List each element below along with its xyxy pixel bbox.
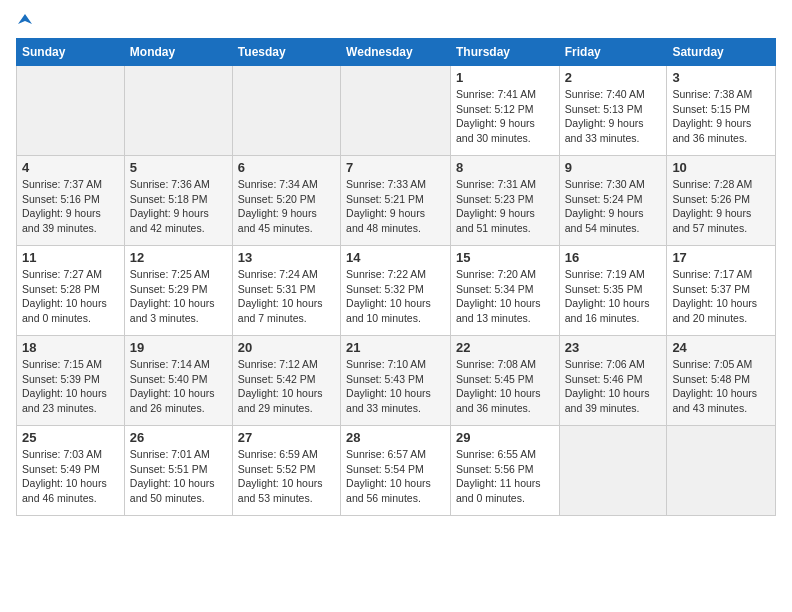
page-header [16,16,776,28]
calendar-cell: 26Sunrise: 7:01 AMSunset: 5:51 PMDayligh… [124,426,232,516]
day-number: 18 [22,340,119,355]
calendar-cell: 8Sunrise: 7:31 AMSunset: 5:23 PMDaylight… [450,156,559,246]
day-number: 2 [565,70,662,85]
calendar-cell: 2Sunrise: 7:40 AMSunset: 5:13 PMDaylight… [559,66,667,156]
calendar-cell [124,66,232,156]
calendar-cell: 21Sunrise: 7:10 AMSunset: 5:43 PMDayligh… [341,336,451,426]
day-number: 23 [565,340,662,355]
calendar-cell: 27Sunrise: 6:59 AMSunset: 5:52 PMDayligh… [232,426,340,516]
day-number: 26 [130,430,227,445]
day-number: 21 [346,340,445,355]
day-info: Sunrise: 7:30 AMSunset: 5:24 PMDaylight:… [565,177,662,236]
day-number: 8 [456,160,554,175]
day-number: 28 [346,430,445,445]
calendar-cell: 17Sunrise: 7:17 AMSunset: 5:37 PMDayligh… [667,246,776,336]
day-of-week-header: Sunday [17,39,125,66]
day-info: Sunrise: 7:27 AMSunset: 5:28 PMDaylight:… [22,267,119,326]
day-number: 4 [22,160,119,175]
calendar-cell: 11Sunrise: 7:27 AMSunset: 5:28 PMDayligh… [17,246,125,336]
day-number: 3 [672,70,770,85]
day-info: Sunrise: 7:24 AMSunset: 5:31 PMDaylight:… [238,267,335,326]
calendar-cell: 1Sunrise: 7:41 AMSunset: 5:12 PMDaylight… [450,66,559,156]
calendar-cell [232,66,340,156]
day-of-week-header: Thursday [450,39,559,66]
day-of-week-header: Monday [124,39,232,66]
calendar-cell: 19Sunrise: 7:14 AMSunset: 5:40 PMDayligh… [124,336,232,426]
days-of-week-row: SundayMondayTuesdayWednesdayThursdayFrid… [17,39,776,66]
calendar-cell: 16Sunrise: 7:19 AMSunset: 5:35 PMDayligh… [559,246,667,336]
day-number: 9 [565,160,662,175]
calendar-cell [667,426,776,516]
day-number: 5 [130,160,227,175]
day-info: Sunrise: 7:06 AMSunset: 5:46 PMDaylight:… [565,357,662,416]
calendar-cell: 15Sunrise: 7:20 AMSunset: 5:34 PMDayligh… [450,246,559,336]
calendar-cell: 14Sunrise: 7:22 AMSunset: 5:32 PMDayligh… [341,246,451,336]
day-info: Sunrise: 6:55 AMSunset: 5:56 PMDaylight:… [456,447,554,506]
day-number: 15 [456,250,554,265]
day-number: 25 [22,430,119,445]
calendar-week-row: 1Sunrise: 7:41 AMSunset: 5:12 PMDaylight… [17,66,776,156]
day-info: Sunrise: 7:05 AMSunset: 5:48 PMDaylight:… [672,357,770,416]
calendar-cell [341,66,451,156]
calendar-week-row: 11Sunrise: 7:27 AMSunset: 5:28 PMDayligh… [17,246,776,336]
calendar-cell: 18Sunrise: 7:15 AMSunset: 5:39 PMDayligh… [17,336,125,426]
day-number: 14 [346,250,445,265]
calendar-cell: 12Sunrise: 7:25 AMSunset: 5:29 PMDayligh… [124,246,232,336]
day-info: Sunrise: 7:36 AMSunset: 5:18 PMDaylight:… [130,177,227,236]
calendar-cell: 29Sunrise: 6:55 AMSunset: 5:56 PMDayligh… [450,426,559,516]
day-info: Sunrise: 7:41 AMSunset: 5:12 PMDaylight:… [456,87,554,146]
day-number: 19 [130,340,227,355]
day-info: Sunrise: 7:12 AMSunset: 5:42 PMDaylight:… [238,357,335,416]
day-of-week-header: Friday [559,39,667,66]
day-of-week-header: Wednesday [341,39,451,66]
day-info: Sunrise: 7:33 AMSunset: 5:21 PMDaylight:… [346,177,445,236]
calendar-cell: 4Sunrise: 7:37 AMSunset: 5:16 PMDaylight… [17,156,125,246]
day-info: Sunrise: 7:31 AMSunset: 5:23 PMDaylight:… [456,177,554,236]
day-number: 16 [565,250,662,265]
day-info: Sunrise: 7:03 AMSunset: 5:49 PMDaylight:… [22,447,119,506]
calendar-cell [17,66,125,156]
calendar-cell: 13Sunrise: 7:24 AMSunset: 5:31 PMDayligh… [232,246,340,336]
day-number: 12 [130,250,227,265]
day-info: Sunrise: 7:19 AMSunset: 5:35 PMDaylight:… [565,267,662,326]
day-number: 10 [672,160,770,175]
calendar-cell: 3Sunrise: 7:38 AMSunset: 5:15 PMDaylight… [667,66,776,156]
day-number: 27 [238,430,335,445]
calendar-week-row: 18Sunrise: 7:15 AMSunset: 5:39 PMDayligh… [17,336,776,426]
calendar-cell: 20Sunrise: 7:12 AMSunset: 5:42 PMDayligh… [232,336,340,426]
day-info: Sunrise: 7:20 AMSunset: 5:34 PMDaylight:… [456,267,554,326]
day-info: Sunrise: 7:22 AMSunset: 5:32 PMDaylight:… [346,267,445,326]
day-number: 11 [22,250,119,265]
calendar-cell: 22Sunrise: 7:08 AMSunset: 5:45 PMDayligh… [450,336,559,426]
calendar-header: SundayMondayTuesdayWednesdayThursdayFrid… [17,39,776,66]
logo [16,16,32,28]
calendar-cell: 6Sunrise: 7:34 AMSunset: 5:20 PMDaylight… [232,156,340,246]
day-info: Sunrise: 7:08 AMSunset: 5:45 PMDaylight:… [456,357,554,416]
calendar-cell [559,426,667,516]
day-number: 22 [456,340,554,355]
svg-marker-0 [18,14,32,24]
day-number: 24 [672,340,770,355]
day-number: 7 [346,160,445,175]
day-number: 1 [456,70,554,85]
calendar-cell: 23Sunrise: 7:06 AMSunset: 5:46 PMDayligh… [559,336,667,426]
day-number: 29 [456,430,554,445]
day-info: Sunrise: 7:14 AMSunset: 5:40 PMDaylight:… [130,357,227,416]
day-info: Sunrise: 7:28 AMSunset: 5:26 PMDaylight:… [672,177,770,236]
day-info: Sunrise: 6:59 AMSunset: 5:52 PMDaylight:… [238,447,335,506]
day-info: Sunrise: 7:10 AMSunset: 5:43 PMDaylight:… [346,357,445,416]
day-info: Sunrise: 7:15 AMSunset: 5:39 PMDaylight:… [22,357,119,416]
day-info: Sunrise: 7:25 AMSunset: 5:29 PMDaylight:… [130,267,227,326]
calendar-cell: 9Sunrise: 7:30 AMSunset: 5:24 PMDaylight… [559,156,667,246]
day-info: Sunrise: 7:40 AMSunset: 5:13 PMDaylight:… [565,87,662,146]
day-number: 13 [238,250,335,265]
calendar-table: SundayMondayTuesdayWednesdayThursdayFrid… [16,38,776,516]
calendar-body: 1Sunrise: 7:41 AMSunset: 5:12 PMDaylight… [17,66,776,516]
day-number: 6 [238,160,335,175]
day-of-week-header: Saturday [667,39,776,66]
day-info: Sunrise: 7:17 AMSunset: 5:37 PMDaylight:… [672,267,770,326]
calendar-cell: 25Sunrise: 7:03 AMSunset: 5:49 PMDayligh… [17,426,125,516]
calendar-week-row: 25Sunrise: 7:03 AMSunset: 5:49 PMDayligh… [17,426,776,516]
day-number: 20 [238,340,335,355]
day-number: 17 [672,250,770,265]
